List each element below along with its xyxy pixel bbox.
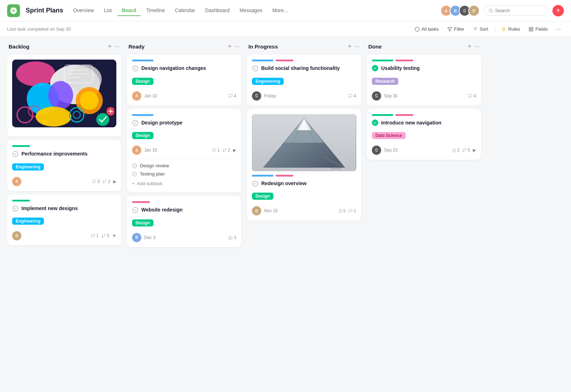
nav-tab-list[interactable]: List (100, 5, 116, 16)
fields-button[interactable]: Fields (525, 25, 551, 34)
due-date: Sep 30 (384, 93, 398, 98)
column-ready: Ready + ··· Design navigation changes De… (127, 43, 241, 386)
task-tag[interactable]: Engineering (12, 218, 44, 225)
nav-tab-board[interactable]: Board (117, 5, 140, 16)
sort-button[interactable]: Sort (469, 25, 492, 34)
task-check-icon[interactable] (252, 180, 258, 187)
footer-left: B Dec 3 (132, 233, 155, 242)
card-stats: 3 (228, 235, 236, 240)
app-title: Sprint Plans (26, 7, 63, 14)
comment-icon (468, 94, 473, 98)
card-color-bars (132, 60, 236, 61)
pink-bar (395, 114, 413, 116)
green-bar (372, 60, 393, 61)
task-check-icon[interactable] (252, 65, 258, 72)
green-bar (12, 145, 30, 147)
done-add-button[interactable]: + (468, 43, 471, 50)
card-title-row: Introduce new navigation (372, 119, 476, 129)
in-progress-add-button[interactable]: + (348, 43, 352, 50)
done-menu-button[interactable]: ··· (474, 43, 480, 50)
nav-tab-overview[interactable]: Overview (69, 5, 98, 16)
check-svg (373, 121, 377, 124)
nav-tab-dashboard[interactable]: Dashboard (201, 5, 234, 16)
task-check-icon[interactable] (132, 207, 138, 213)
backlog-collage-card (7, 55, 121, 137)
nav-tab-calendar[interactable]: Calendar (171, 5, 199, 16)
footer-left: C Friday (252, 91, 276, 101)
footer-left: D Nov 15 (252, 206, 278, 215)
rules-button[interactable]: Rules (498, 25, 524, 34)
add-subtask-button[interactable]: + Add subtask (132, 179, 236, 188)
in-progress-menu-button[interactable]: ··· (354, 43, 360, 50)
footer-left: C Sep 30 (372, 91, 398, 101)
footer-left: A Jan 10 (132, 91, 157, 101)
due-date: Jan 10 (144, 93, 157, 98)
task-check-icon[interactable] (132, 120, 138, 126)
comment-icon (212, 148, 216, 152)
dropdown-icon[interactable]: ▼ (112, 233, 116, 238)
task-check-icon[interactable] (12, 205, 19, 212)
svg-point-25 (96, 113, 109, 126)
column-backlog: Backlog + ··· (7, 43, 121, 386)
blue-bar (252, 175, 273, 177)
sub-header: Last task completed on Sep 30 All tasks … (0, 21, 571, 37)
task-tag[interactable]: Design (132, 219, 153, 226)
svg-point-36 (102, 236, 103, 238)
avatar-4[interactable]: D (468, 5, 480, 16)
due-date: Friday (264, 93, 276, 98)
task-tag[interactable]: Design (132, 132, 153, 139)
filter-button[interactable]: Filter (444, 25, 468, 34)
app-logo (7, 4, 20, 17)
mountain-svg: mountain (252, 114, 356, 171)
comment-icon (228, 94, 233, 98)
subtask-check-icon[interactable] (132, 163, 137, 168)
svg-point-58 (463, 151, 464, 152)
branch-count: 5 (101, 233, 109, 238)
comment-count: 1 (212, 148, 220, 153)
search-input[interactable] (495, 8, 544, 13)
expand-icon[interactable]: ▶ (113, 179, 116, 184)
pink-bar (132, 201, 150, 203)
due-date: Sep 23 (384, 148, 398, 153)
nav-tab-more[interactable]: More... (268, 5, 292, 16)
all-tasks-button[interactable]: All tasks (411, 25, 442, 34)
backlog-menu-button[interactable]: ··· (115, 43, 120, 50)
task-tag[interactable]: Research (372, 78, 398, 85)
nav-tab-timeline[interactable]: Timeline (142, 5, 169, 16)
backlog-collage-image (12, 60, 116, 127)
subtask-label: Testing plan (140, 171, 165, 177)
subtask-design-review: Design review (132, 162, 236, 170)
subtask-check-icon[interactable] (132, 172, 137, 177)
branch-count: 5 (462, 148, 470, 153)
task-tag[interactable]: Data Science (372, 132, 406, 139)
task-tag[interactable]: Engineering (252, 78, 284, 85)
comment-count: 3 (92, 179, 100, 184)
assignee-avatar: A (132, 146, 141, 155)
column-header-backlog: Backlog + ··· (7, 43, 121, 50)
branch-icon (462, 148, 466, 152)
branch-icon (222, 148, 227, 152)
task-check-icon[interactable] (132, 65, 138, 72)
assignee-avatar: D (252, 206, 261, 215)
expand-icon[interactable]: ▶ (473, 148, 476, 153)
done-header-actions: + ··· (468, 43, 480, 50)
more-options-button[interactable]: ··· (553, 24, 564, 34)
ready-menu-button[interactable]: ··· (234, 43, 240, 50)
backlog-add-button[interactable]: + (108, 43, 112, 50)
task-tag[interactable]: Engineering (12, 163, 44, 170)
card-title-row: Design navigation changes (132, 65, 236, 75)
team-avatars: A B C D (440, 5, 480, 16)
svg-point-8 (16, 61, 55, 86)
add-button[interactable]: + (552, 5, 564, 16)
svg-rect-4 (531, 27, 533, 29)
task-tag[interactable]: Design (252, 193, 273, 200)
task-tag[interactable]: Design (132, 78, 153, 85)
task-check-icon[interactable] (12, 151, 19, 157)
comment-icon (92, 179, 96, 184)
ready-add-button[interactable]: + (228, 43, 232, 50)
ready-header-actions: + ··· (228, 43, 240, 50)
nav-tab-messages[interactable]: Messages (235, 5, 267, 16)
pink-bar (276, 60, 293, 61)
subtask-list: Design review Testing plan + Add subtask (132, 158, 236, 188)
expand-subtasks-icon[interactable]: ▶ (233, 148, 236, 153)
